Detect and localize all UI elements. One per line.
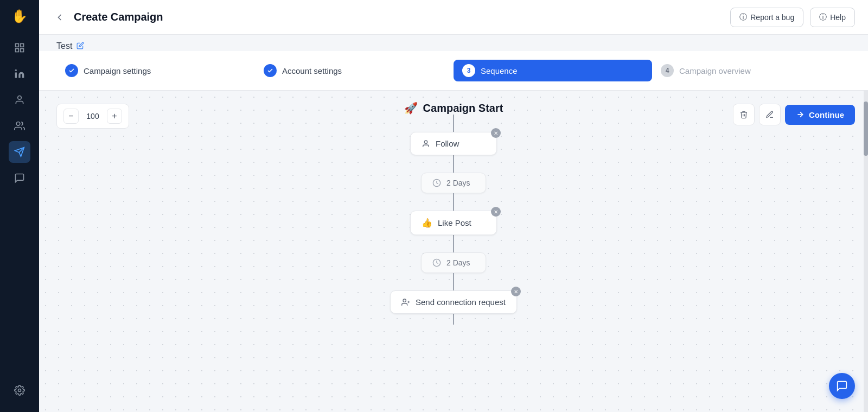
continue-button[interactable]: Continue <box>785 105 855 125</box>
connector-2 <box>453 193 454 211</box>
step-campaign-settings[interactable]: Campaign settings <box>56 60 255 81</box>
step-account-settings[interactable]: Account settings <box>255 60 454 81</box>
step-label-3: Sequence <box>481 66 518 75</box>
campaign-start-label: Campaign Start <box>423 102 503 115</box>
steps-bar: Campaign settings Account settings 3 Seq… <box>39 51 868 91</box>
help-icon: ⓘ <box>819 12 827 22</box>
like-post-close-icon[interactable]: ✕ <box>491 207 501 217</box>
send-connection-close-icon[interactable]: ✕ <box>511 287 521 296</box>
svg-point-12 <box>424 141 427 143</box>
content-area: Test Campaign settings <box>39 35 868 412</box>
svg-rect-1 <box>21 44 24 47</box>
sidebar: ✋ <box>0 0 39 412</box>
sidebar-item-messages[interactable] <box>9 167 30 189</box>
svg-rect-2 <box>16 49 19 52</box>
delay-2-label: 2 Days <box>446 258 470 267</box>
logo-icon: ✋ <box>11 9 28 23</box>
zoom-out-button[interactable]: − <box>63 109 79 124</box>
delete-button[interactable] <box>733 104 755 125</box>
follow-close-icon[interactable]: ✕ <box>491 128 501 138</box>
svg-point-10 <box>18 389 21 392</box>
zoom-toolbar: − 100 + <box>56 104 129 129</box>
step-label-1: Campaign settings <box>84 66 151 75</box>
delay-node-2[interactable]: 2 Days <box>421 252 486 273</box>
header-left: Create Campaign <box>52 10 163 25</box>
connector-5 <box>453 314 454 325</box>
step-circle-4: 4 <box>661 64 674 77</box>
scrollbar[interactable] <box>864 91 868 412</box>
delay-node-1[interactable]: 2 Days <box>421 173 486 193</box>
rocket-icon: 🚀 <box>404 102 418 115</box>
report-bug-button[interactable]: ⓘ Report a bug <box>730 8 803 27</box>
help-button[interactable]: ⓘ Help <box>810 8 855 27</box>
test-edit-icon[interactable] <box>76 42 84 51</box>
thumbs-up-icon: 👍 <box>422 218 432 228</box>
scrollbar-thumb <box>864 102 868 156</box>
test-label-area: Test <box>39 35 868 51</box>
step-sequence[interactable]: 3 Sequence <box>454 60 652 81</box>
svg-rect-0 <box>16 44 19 47</box>
svg-point-5 <box>15 69 17 71</box>
step-circle-3: 3 <box>462 64 475 77</box>
follow-label: Follow <box>436 139 459 148</box>
page-title: Create Campaign <box>74 11 163 23</box>
back-button[interactable] <box>52 10 67 25</box>
step-circle-2 <box>264 64 277 77</box>
sidebar-item-linkedin[interactable] <box>9 63 30 85</box>
sidebar-item-dashboard[interactable] <box>9 37 30 59</box>
sidebar-item-campaigns[interactable] <box>9 141 30 163</box>
sequence-area: − 100 + <box>39 91 868 412</box>
zoom-in-button[interactable]: + <box>107 109 122 124</box>
sidebar-logo: ✋ <box>11 9 28 24</box>
connector-0 <box>453 115 454 132</box>
svg-point-7 <box>16 122 20 126</box>
edit-pencil-button[interactable] <box>759 104 781 125</box>
action-toolbar: Continue <box>733 104 855 125</box>
svg-point-15 <box>403 299 406 302</box>
delay-1-label: 2 Days <box>446 179 470 187</box>
step-circle-1 <box>65 64 78 77</box>
like-post-node[interactable]: ✕ 👍 Like Post <box>410 211 497 235</box>
sidebar-item-contacts[interactable] <box>9 89 30 111</box>
main-content: Create Campaign ⓘ Report a bug ⓘ Help Te… <box>39 0 868 412</box>
send-connection-label: Send connection request <box>416 297 506 307</box>
continue-label: Continue <box>809 110 844 119</box>
sidebar-item-network[interactable] <box>9 115 30 137</box>
step-label-4: Campaign overview <box>679 66 751 75</box>
svg-point-6 <box>18 96 22 100</box>
connector-4 <box>453 273 454 290</box>
step-campaign-overview[interactable]: 4 Campaign overview <box>652 60 851 81</box>
send-connection-node[interactable]: ✕ Send connection request <box>390 290 517 314</box>
header-actions: ⓘ Report a bug ⓘ Help <box>730 8 855 27</box>
header: Create Campaign ⓘ Report a bug ⓘ Help <box>39 0 868 35</box>
zoom-value: 100 <box>83 112 103 121</box>
sidebar-item-settings[interactable] <box>9 382 30 403</box>
campaign-start: 🚀 Campaign Start <box>404 102 503 115</box>
connector-3 <box>453 235 454 252</box>
flow-diagram: 🚀 Campaign Start ✕ Follow <box>372 102 535 325</box>
info-icon: ⓘ <box>739 12 747 22</box>
follow-node[interactable]: ✕ Follow <box>410 132 497 155</box>
connector-1 <box>453 155 454 173</box>
like-post-label: Like Post <box>438 218 471 227</box>
svg-rect-4 <box>15 73 17 78</box>
test-text: Test <box>56 41 72 51</box>
svg-rect-3 <box>21 49 24 52</box>
step-label-2: Account settings <box>282 66 342 75</box>
chat-bubble-button[interactable] <box>829 373 855 399</box>
